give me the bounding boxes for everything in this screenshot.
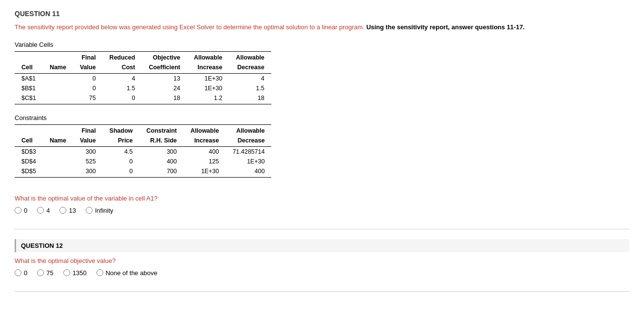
con-r2-inc: 125 <box>184 157 226 166</box>
con-r2-name <box>43 157 73 166</box>
con-r1-inc: 400 <box>184 146 226 157</box>
con-r2-dec: 1E+30 <box>226 157 271 166</box>
vc-r2-inc: 1E+30 <box>187 83 229 93</box>
q11-option-0[interactable]: 0 <box>15 207 27 214</box>
vc-h1-allowable-inc: Allowable <box>187 51 229 62</box>
vc-r1-value: 0 <box>73 73 103 83</box>
con-h2-name: Name <box>43 136 73 147</box>
question-11-header: QUESTION 11 <box>15 10 629 18</box>
vc-h1-name <box>43 51 73 62</box>
con-h2-cell: Cell <box>15 136 43 147</box>
q12-label-1350: 1350 <box>73 269 87 277</box>
con-r1-rhs: 300 <box>140 146 184 157</box>
intro-text-plain: The sensitivity report provided below wa… <box>15 23 364 31</box>
con-r3-dec: 400 <box>226 166 271 178</box>
vc-h2-increase: Increase <box>187 62 229 74</box>
vc-h2-value: Value <box>73 62 103 74</box>
vc-h1-cell <box>15 51 43 62</box>
con-h1-final: Final <box>73 124 103 136</box>
q12-radio-75[interactable] <box>37 269 44 276</box>
q11-option-13[interactable]: 13 <box>59 207 76 214</box>
con-h2-increase: Increase <box>184 136 226 147</box>
con-r1-name <box>43 146 73 157</box>
vc-r1-coeff: 13 <box>142 73 187 83</box>
q12-option-none[interactable]: None of the above <box>96 269 157 277</box>
constraints-table: Final Shadow Constraint Allowable Allowa… <box>15 124 271 178</box>
divider-2 <box>15 291 629 292</box>
con-r2-price: 0 <box>103 157 140 166</box>
vc-r3-cell: $C$1 <box>15 93 43 104</box>
variable-cells-table: Final Reduced Objective Allowable Allowa… <box>15 51 271 104</box>
q12-radio-1350[interactable] <box>63 269 70 276</box>
con-r3-price: 0 <box>103 166 140 178</box>
con-r1-value: 300 <box>73 146 103 157</box>
vc-header-row2: Cell Name Value Cost Coefficient Increas… <box>15 62 271 74</box>
con-h1-name <box>43 124 73 136</box>
con-h1-allowable-inc: Allowable <box>184 124 226 136</box>
divider-1 <box>15 229 629 229</box>
vc-r1-dec: 4 <box>229 73 271 83</box>
con-r3-value: 300 <box>73 166 103 178</box>
q11-question-text: What is the optimal value of the variabl… <box>15 195 629 202</box>
q12-option-1350[interactable]: 1350 <box>63 269 87 277</box>
vc-row-1: $A$1 0 4 13 1E+30 4 <box>15 73 271 83</box>
intro-text-bold: Using the sensitivity report, answer que… <box>366 23 525 31</box>
vc-h2-coefficient: Coefficient <box>142 62 187 74</box>
vc-r3-inc: 1.2 <box>187 93 229 104</box>
con-h2-decrease: Decrease <box>226 136 271 147</box>
vc-r2-cost: 1.5 <box>103 83 142 93</box>
q11-label-4: 4 <box>46 207 50 214</box>
con-r2-rhs: 400 <box>140 157 184 166</box>
q12-radio-none[interactable] <box>96 269 103 276</box>
q11-option-infinity[interactable]: Infinity <box>86 207 114 214</box>
constraints-title: Constraints <box>15 114 629 121</box>
q12-label-75: 75 <box>46 269 53 277</box>
q12-option-75[interactable]: 75 <box>37 269 53 277</box>
vc-h2-decrease: Decrease <box>229 62 271 74</box>
vc-h2-cost: Cost <box>103 62 142 74</box>
con-h1-allowable-dec: Allowable <box>226 124 271 136</box>
vc-h2-name: Name <box>43 62 73 74</box>
q11-radio-4[interactable] <box>37 207 44 214</box>
question-11-section: QUESTION 11 The sensitivity report provi… <box>15 10 629 214</box>
constraints-section: Constraints Final Shadow Constraint Allo… <box>15 114 629 178</box>
con-r3-cell: $D$5 <box>15 166 43 178</box>
con-row-3: $D$5 300 0 700 1E+30 400 <box>15 166 271 178</box>
con-row-1: $D$3 300 4.5 300 400 71.4285714 <box>15 146 271 157</box>
q11-label-0: 0 <box>24 207 27 214</box>
q11-question-block: What is the optimal value of the variabl… <box>15 187 629 214</box>
vc-r2-dec: 1.5 <box>229 83 271 93</box>
vc-h1-final: Final <box>73 51 103 62</box>
con-r3-inc: 1E+30 <box>184 166 226 178</box>
con-r1-price: 4.5 <box>103 146 140 157</box>
vc-r3-cost: 0 <box>103 93 142 104</box>
question-12-header: QUESTION 12 <box>15 239 629 252</box>
vc-r3-name <box>43 93 73 104</box>
con-r3-name <box>43 166 73 178</box>
con-h2-price: Price <box>103 136 140 147</box>
q11-radio-group[interactable]: 0 4 13 Infinity <box>15 207 629 214</box>
intro-paragraph: The sensitivity report provided below wa… <box>15 22 629 32</box>
vc-r1-name <box>43 73 73 83</box>
con-r2-value: 525 <box>73 157 103 166</box>
vc-r2-value: 0 <box>73 83 103 93</box>
q11-radio-13[interactable] <box>59 207 66 214</box>
vc-r3-coeff: 18 <box>142 93 187 104</box>
q12-option-0[interactable]: 0 <box>15 269 27 277</box>
con-r1-cell: $D$3 <box>15 146 43 157</box>
con-h2-value: Value <box>73 136 103 147</box>
vc-r1-inc: 1E+30 <box>187 73 229 83</box>
q12-radio-0[interactable] <box>15 269 21 276</box>
con-header-row1: Final Shadow Constraint Allowable Allowa… <box>15 124 271 136</box>
q11-option-4[interactable]: 4 <box>37 207 50 214</box>
q11-label-13: 13 <box>69 207 76 214</box>
vc-h1-allowable-dec: Allowable <box>229 51 271 62</box>
q11-radio-infinity[interactable] <box>86 207 93 214</box>
q11-label-infinity: Infinity <box>95 207 114 214</box>
con-h2-rhs: R.H. Side <box>140 136 184 147</box>
q11-radio-0[interactable] <box>15 207 21 214</box>
con-header-row2: Cell Name Value Price R.H. Side Increase… <box>15 136 271 147</box>
vc-r2-coeff: 24 <box>142 83 187 93</box>
q12-radio-group[interactable]: 0 75 1350 None of the above <box>15 269 629 277</box>
vc-r3-dec: 18 <box>229 93 271 104</box>
